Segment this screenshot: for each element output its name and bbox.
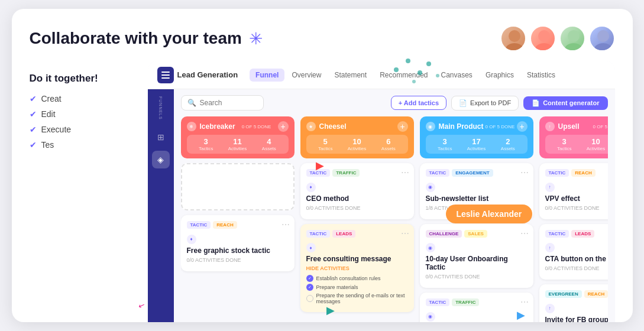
card-activities-vpv: 0/0 ACTIVITIES DONE xyxy=(545,205,608,211)
card-menu-ceo[interactable]: ⋯ xyxy=(401,168,409,177)
content-icon: 📄 xyxy=(532,99,540,107)
hamburger-line-2 xyxy=(161,74,170,76)
content-generator-button[interactable]: 📄 Content generator xyxy=(523,96,607,110)
checklist-mini-consulting: ✓ Establish consultation rules ✓ Prepare… xyxy=(306,275,408,304)
card-title-vpv: VPV effect xyxy=(545,194,608,203)
svg-point-1 xyxy=(506,43,523,51)
card-title-newsletter: Sub-newsletter list xyxy=(426,194,528,203)
card-icon-consulting: ♦ xyxy=(306,243,316,252)
outer-container: Collaborate with your team ✳ xyxy=(0,0,644,331)
tag-tactic-infographic: TACTIC xyxy=(426,298,450,306)
card-fb-group[interactable]: EVERGREEN REACH ↑ Invite for FB group co… xyxy=(539,284,608,322)
tab-statistics[interactable]: Statistics xyxy=(521,69,561,82)
card-free-graphic[interactable]: TACTIC REACH ♦ Free graphic stock tactic… xyxy=(181,215,295,271)
col-stat-label-cheesel-0: Tactics xyxy=(310,146,341,151)
col-stat-label-cheesel-2: Assets xyxy=(373,146,404,151)
col-stat-num-cheesel-0: 5 xyxy=(310,137,341,146)
cursor-red: ▶ xyxy=(316,159,324,172)
search-input[interactable] xyxy=(200,99,253,107)
check-icon-3: ✔ xyxy=(30,125,37,134)
svg-point-0 xyxy=(509,30,520,42)
card-menu-consulting[interactable]: ⋯ xyxy=(401,229,409,238)
check-done-1: ✓ xyxy=(306,275,313,282)
card-cta[interactable]: TACTIC LEADS ↑ CTA button on the top of … xyxy=(539,224,608,280)
tab-canvases[interactable]: Canvases xyxy=(435,69,478,82)
tag-challenge-onboarding: CHALLENGE xyxy=(426,230,462,238)
checklist-item-1: ✔ Creat xyxy=(30,94,148,103)
card-free-consulting[interactable]: TACTIC LEADS ♦ Free consulting message H… xyxy=(300,224,414,313)
add-tactics-button[interactable]: + Add tactics xyxy=(391,96,446,110)
col-icon-cheesel: ★ xyxy=(306,122,316,131)
col-stat-num-main-0: 3 xyxy=(429,137,461,146)
main-card: Collaborate with your team ✳ xyxy=(12,9,633,322)
sidebar-funnel-btn[interactable]: ◈ xyxy=(152,151,170,168)
avatar-3 xyxy=(559,25,585,51)
export-pdf-button[interactable]: 📄 Export to PDF xyxy=(451,96,519,111)
col-stat-label-main-0: Tactics xyxy=(429,146,461,151)
col-name-main: Main Product xyxy=(439,122,484,131)
card-menu-infographic[interactable]: ⋯ xyxy=(520,297,529,307)
sidebar-nav: FUNNELS ⊞ ◈ xyxy=(148,89,174,322)
tab-overview[interactable]: Overview xyxy=(286,69,327,82)
checklist-item-consult-2: ✓ Prepare materials xyxy=(306,284,408,291)
col-stat-num-cheesel-2: 6 xyxy=(373,137,404,146)
card-vpv[interactable]: TACTIC REACH ↑ VPV effect 0/0 ACTIVITIES… xyxy=(539,163,608,219)
card-activities-onboarding: 0/0 ACTIVITIES DONE xyxy=(426,274,528,280)
card-icon-newsletter: ◉ xyxy=(426,183,435,192)
toolbar: 🔍 + Add tactics 📄 Export to PDF 📄 xyxy=(181,95,608,111)
card-menu-onboarding[interactable]: ⋯ xyxy=(520,229,529,238)
avatars-group xyxy=(500,25,615,51)
card-menu-newsletter[interactable]: ⋯ xyxy=(520,168,529,177)
tag-traffic-infographic: TRAFFIC xyxy=(452,298,479,306)
sidebar-home-btn[interactable]: ⊞ xyxy=(152,128,170,146)
app-panel: Lead Generation Funnel Overview Statemen… xyxy=(148,61,615,322)
tag-tactic-newsletter: TACTIC xyxy=(426,169,450,177)
col-stat-num-icebreaker-0: 3 xyxy=(190,137,222,146)
card-onboarding[interactable]: CHALLENGE SALES ◉ 10-day User Onboarding… xyxy=(420,224,533,288)
col-stat-label-main-1: Activities xyxy=(461,146,492,151)
checklist-item-consult-3: Prepare the sending of e-mails or text m… xyxy=(306,293,408,304)
tab-funnel[interactable]: Funnel xyxy=(250,69,284,82)
card-title-consulting: Free consulting message xyxy=(306,255,408,263)
col-icon-upsell: ↑ xyxy=(545,122,555,131)
svg-point-7 xyxy=(594,43,612,51)
tab-graphics[interactable]: Graphics xyxy=(480,69,520,82)
tag-tactic-consulting: TACTIC xyxy=(306,230,331,238)
col-icon-main: ◉ xyxy=(426,122,435,131)
tag-tactic-vpv: TACTIC xyxy=(545,169,569,177)
col-stat-num-main-2: 2 xyxy=(492,137,523,146)
col-stat-label-upsell-0: Tactics xyxy=(549,146,580,151)
checklist-label-1: Creat xyxy=(41,94,62,103)
col-add-icebreaker[interactable]: + xyxy=(278,121,289,132)
card-tags-fb: EVERGREEN REACH xyxy=(545,290,608,298)
svg-point-6 xyxy=(597,30,609,42)
tag-engagement-newsletter: ENGAGEMENT xyxy=(452,169,493,177)
svg-point-5 xyxy=(565,43,582,51)
column-cheesel: ★ Cheesel + 5 Tactics xyxy=(300,116,414,322)
card-title-fb: Invite for FB group community xyxy=(545,316,608,323)
hamburger-icon[interactable] xyxy=(157,67,174,83)
tab-statement[interactable]: Statement xyxy=(328,69,373,82)
checklist-label-4: Tes xyxy=(41,140,54,150)
col-name-icebreaker: Icebreaker xyxy=(200,122,235,131)
tab-recommended[interactable]: Recommended xyxy=(374,69,433,82)
card-icon-vpv: ↑ xyxy=(545,183,555,192)
card-icon-cta: ↑ xyxy=(545,243,555,252)
card-icon-fb: ↑ xyxy=(545,304,555,313)
tooltip-leslie-text: Leslie Alexander xyxy=(457,209,522,219)
col-name-upsell: Upsell xyxy=(558,122,580,131)
col-add-cheesel[interactable]: + xyxy=(397,121,408,132)
col-stat-label-cheesel-1: Activities xyxy=(341,146,373,151)
col-add-main[interactable]: + xyxy=(517,121,528,132)
app-nav: Lead Generation Funnel Overview Statemen… xyxy=(148,61,615,89)
col-stat-label-icebreaker-0: Tactics xyxy=(190,146,222,151)
card-menu-graphic[interactable]: ⋯ xyxy=(281,220,290,229)
search-box[interactable]: 🔍 xyxy=(181,95,264,111)
avatar-2 xyxy=(530,25,556,51)
card-icon-infographic: ◉ xyxy=(426,312,435,322)
nav-tabs: Funnel Overview Statement Recommended Ca… xyxy=(250,69,605,82)
checklist-item-consult-1: ✓ Establish consultation rules xyxy=(306,275,408,282)
card-icon-graphic: ♦ xyxy=(187,235,196,244)
check-icon-4: ✔ xyxy=(30,140,37,150)
tag-evergreen-fb: EVERGREEN xyxy=(545,290,582,298)
